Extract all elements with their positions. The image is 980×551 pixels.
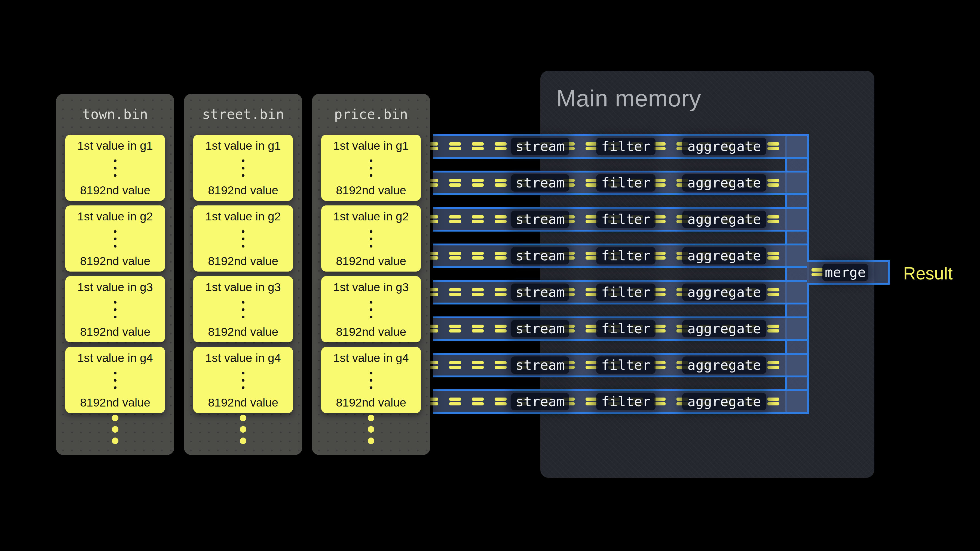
stream-operator: stream	[511, 174, 569, 192]
filter-operator: filter	[596, 211, 655, 228]
first-value-label: 1st value in g1	[205, 140, 281, 152]
filter-operator: filter	[596, 284, 655, 301]
equals-chunk-icon	[767, 215, 780, 223]
ellipsis-icon	[370, 159, 372, 177]
last-value-label: 8192nd value	[208, 397, 278, 409]
file-column-town.bin: town.bin1st value in g18192nd value1st v…	[56, 94, 174, 455]
equals-chunk-icon	[495, 179, 507, 187]
equals-chunk-icon	[495, 397, 507, 405]
aggregate-operator: aggregate	[682, 393, 766, 410]
ellipsis-icon	[370, 372, 372, 389]
equals-chunk-icon	[449, 142, 461, 150]
equals-chunk-icon	[495, 142, 507, 150]
result-label: Result	[903, 264, 953, 284]
file-column-price.bin: price.bin1st value in g18192nd value1st …	[312, 94, 430, 455]
equals-chunk-icon	[495, 252, 507, 260]
value-group-cell: 1st value in g18192nd value	[65, 135, 165, 201]
filter-operator: filter	[596, 393, 655, 410]
first-value-label: 1st value in g2	[333, 210, 409, 222]
equals-chunk-icon	[767, 142, 780, 150]
first-value-label: 1st value in g4	[77, 352, 153, 364]
ellipsis-icon	[114, 301, 116, 318]
last-value-label: 8192nd value	[80, 184, 150, 197]
file-name: price.bin	[312, 94, 430, 135]
equals-chunk-icon	[472, 142, 484, 150]
equals-chunk-icon	[585, 179, 598, 187]
ellipsis-icon	[370, 230, 372, 248]
merge-operator: merge	[822, 264, 868, 281]
last-value-label: 8192nd value	[336, 255, 406, 267]
value-group-cell: 1st value in g18192nd value	[321, 135, 421, 201]
value-group-cell: 1st value in g28192nd value	[321, 205, 421, 272]
main-memory-title: Main memory	[557, 85, 701, 112]
equals-chunk-icon	[449, 288, 461, 296]
stream-operator: stream	[511, 211, 569, 228]
equals-chunk-icon	[495, 325, 507, 332]
first-value-label: 1st value in g3	[205, 281, 281, 293]
equals-chunk-icon	[767, 397, 780, 405]
stream-operator: stream	[511, 393, 569, 410]
equals-chunk-icon	[767, 325, 780, 332]
ellipsis-icon	[114, 159, 116, 177]
aggregate-operator: aggregate	[682, 284, 766, 301]
bus-border-segment	[807, 134, 809, 260]
stream-operator: stream	[511, 356, 569, 374]
filter-operator: filter	[596, 356, 655, 374]
equals-chunk-icon	[811, 268, 824, 276]
aggregate-operator: aggregate	[682, 174, 766, 192]
equals-chunk-icon	[585, 215, 598, 223]
equals-chunk-icon	[767, 361, 780, 369]
file-name: town.bin	[56, 94, 174, 135]
equals-chunk-icon	[585, 288, 598, 296]
value-group-cell: 1st value in g38192nd value	[65, 276, 165, 342]
ellipsis-icon	[114, 230, 116, 248]
equals-chunk-icon	[585, 325, 598, 332]
value-group-cell: 1st value in g38192nd value	[193, 276, 293, 342]
equals-chunk-icon	[495, 215, 507, 223]
ellipsis-icon	[242, 230, 245, 248]
last-value-label: 8192nd value	[336, 184, 406, 197]
pipeline-row: streamfilteraggregate	[433, 280, 807, 305]
first-value-label: 1st value in g4	[333, 352, 409, 364]
equals-chunk-icon	[495, 361, 507, 369]
pipeline-row: streamfilteraggregate	[433, 353, 807, 377]
value-group-cell: 1st value in g48192nd value	[65, 347, 165, 413]
pipeline-row: streamfilteraggregate	[433, 316, 807, 341]
pipeline-row: streamfilteraggregate	[433, 171, 807, 195]
file-name: street.bin	[184, 94, 302, 135]
first-value-label: 1st value in g1	[333, 140, 409, 152]
merge-lane: merge	[807, 260, 889, 284]
equals-chunk-icon	[495, 288, 507, 296]
value-group-cell: 1st value in g18192nd value	[193, 135, 293, 201]
last-value-label: 8192nd value	[80, 255, 150, 267]
aggregate-operator: aggregate	[682, 211, 766, 228]
last-value-label: 8192nd value	[80, 326, 150, 338]
filter-operator: filter	[596, 174, 655, 192]
value-group-cell: 1st value in g28192nd value	[65, 205, 165, 272]
last-value-label: 8192nd value	[80, 397, 150, 409]
equals-chunk-icon	[449, 252, 461, 260]
value-group-cell: 1st value in g38192nd value	[321, 276, 421, 342]
equals-chunk-icon	[472, 252, 484, 260]
equals-chunk-icon	[449, 397, 461, 405]
aggregate-operator: aggregate	[682, 320, 766, 337]
equals-chunk-icon	[472, 361, 484, 369]
equals-chunk-icon	[472, 179, 484, 187]
value-group-cell: 1st value in g48192nd value	[321, 347, 421, 413]
ellipsis-icon	[114, 372, 116, 389]
stream-operator: stream	[511, 320, 569, 337]
ellipsis-icon	[242, 301, 245, 318]
file-column-street.bin: street.bin1st value in g18192nd value1st…	[184, 94, 302, 455]
equals-chunk-icon	[585, 361, 598, 369]
first-value-label: 1st value in g3	[77, 281, 153, 293]
first-value-label: 1st value in g4	[205, 352, 281, 364]
last-value-label: 8192nd value	[208, 184, 278, 197]
value-group-cell: 1st value in g28192nd value	[193, 205, 293, 272]
stream-operator: stream	[511, 247, 569, 265]
equals-chunk-icon	[767, 179, 780, 187]
pipeline-row: streamfilteraggregate	[433, 243, 807, 268]
more-groups-ellipsis-icon	[184, 415, 302, 444]
stream-operator: stream	[511, 138, 569, 155]
aggregate-operator: aggregate	[682, 138, 766, 155]
equals-chunk-icon	[472, 325, 484, 332]
